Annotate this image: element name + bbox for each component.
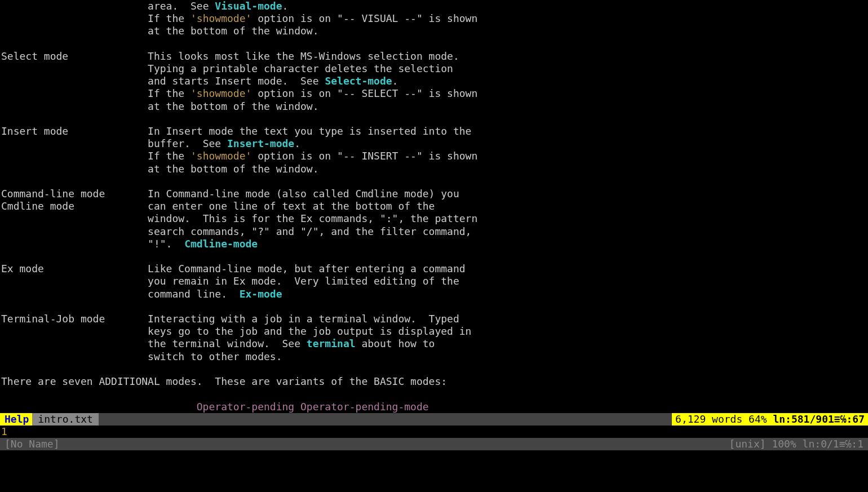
help-line: Operator-pending Operator-pending-mode (1, 401, 867, 413)
help-line: keys go to the job and the job output is… (1, 325, 867, 338)
help-line: and starts Insert mode. See Select-mode. (1, 75, 867, 87)
help-stats-words: 6,129 words 64% (675, 413, 773, 425)
help-option[interactable]: 'showmode' (191, 12, 251, 24)
help-line: "!". Cmdline-mode (1, 238, 867, 250)
help-line (1, 113, 867, 125)
statusline-spacer (99, 413, 672, 425)
help-line: Select mode This looks most like the MS-… (1, 50, 867, 63)
help-line: window. This is for the Ex commands, ":"… (1, 212, 867, 225)
help-line: Insert mode In Insert mode the text you … (1, 125, 867, 138)
help-line: command line. Ex-mode (1, 288, 867, 300)
help-line: the terminal window. See terminal about … (1, 338, 867, 350)
help-line: Ex mode Like Command-line mode, but afte… (1, 263, 867, 275)
help-filename: intro.txt (32, 413, 99, 425)
help-option[interactable]: 'showmode' (191, 87, 251, 99)
help-line: If the 'showmode' option is on "-- VISUA… (1, 12, 867, 25)
help-link[interactable]: Ex-mode (240, 288, 282, 300)
help-link[interactable]: Insert-mode (227, 138, 294, 149)
help-link[interactable]: Select-mode (325, 75, 392, 87)
help-chip: Help (0, 413, 32, 425)
help-line: There are seven ADDITIONAL modes. These … (1, 375, 867, 388)
help-link[interactable]: Cmdline-mode (184, 238, 258, 250)
vim-editor: area. See Visual-mode. If the 'showmode'… (0, 0, 868, 492)
bottom-buffer-name: [No Name] (5, 438, 729, 450)
help-line (1, 363, 867, 375)
help-line (1, 175, 867, 188)
bottom-buffer-stats: [unix] 100% ln:0/1≡℅:1 (729, 438, 863, 450)
help-line: area. See Visual-mode. (1, 0, 867, 12)
buffer-content-line[interactable]: 1 (0, 425, 868, 438)
help-line: switch to other modes. (1, 351, 867, 363)
help-line (1, 38, 867, 50)
help-window[interactable]: area. See Visual-mode. If the 'showmode'… (0, 0, 868, 413)
help-line: at the bottom of the window. (1, 25, 867, 37)
help-link[interactable]: Visual-mode (215, 0, 282, 12)
help-link[interactable]: terminal (307, 338, 356, 349)
help-line (1, 250, 867, 263)
help-line: Command-line mode In Command-line mode (… (1, 188, 867, 200)
help-line: If the 'showmode' option is on "-- INSER… (1, 150, 867, 162)
help-stats: 6,129 words 64% ln:581/901≡℅:67 (672, 413, 868, 425)
help-stats-position: ln:581/901≡℅:67 (773, 413, 865, 425)
help-line (1, 300, 867, 313)
statusline-help-window: Help intro.txt 6,129 words 64% ln:581/90… (0, 413, 868, 425)
help-line: you remain in Ex mode. Very limited edit… (1, 275, 867, 287)
help-line: Cmdline mode can enter one line of text … (1, 200, 867, 212)
help-tag: Operator-pending Operator-pending-mode (197, 401, 429, 413)
help-line: at the bottom of the window. (1, 100, 867, 113)
help-line: buffer. See Insert-mode. (1, 138, 867, 150)
buffer-text: 1 (1, 425, 7, 437)
help-line (1, 388, 867, 400)
command-line[interactable] (0, 480, 868, 492)
help-line: Terminal-Job mode Interacting with a job… (1, 313, 867, 325)
help-line: at the bottom of the window. (1, 163, 867, 175)
help-line: Typing a printable character deletes the… (1, 63, 867, 75)
help-option[interactable]: 'showmode' (191, 150, 251, 162)
statusline-bottom-window: [No Name] [unix] 100% ln:0/1≡℅:1 (0, 438, 868, 450)
help-line: search commands, "?" and "/", and the fi… (1, 225, 867, 238)
help-line: If the 'showmode' option is on "-- SELEC… (1, 87, 867, 100)
